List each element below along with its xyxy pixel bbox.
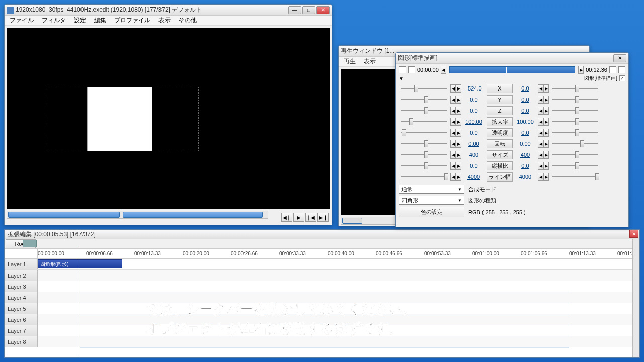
inc-3-r[interactable]: ▶ [543, 118, 549, 126]
val-1-left[interactable]: 0.0 [462, 97, 486, 103]
minimize-button[interactable]: — [288, 6, 301, 14]
slider-ライン幅-right[interactable] [550, 172, 600, 182]
dec-7-r[interactable]: ◀ [538, 162, 543, 170]
inc-8-l[interactable]: ▶ [456, 173, 461, 181]
param-label-0[interactable]: X [487, 84, 513, 93]
play-button[interactable]: ▶ [293, 213, 304, 222]
prop-close-button[interactable]: ✕ [613, 54, 626, 62]
layer-label[interactable]: Layer 8 [5, 336, 38, 347]
timeline-ruler[interactable]: 00:00:00.0000:00:06.6600:00:13.3300:00:2… [5, 249, 639, 259]
val-6-left[interactable]: 400 [462, 152, 486, 158]
param-label-3[interactable]: 拡大率 [487, 117, 513, 126]
menu-settings[interactable]: 設定 [71, 15, 89, 26]
slider-回転-left[interactable] [399, 139, 449, 148]
inc-7-r[interactable]: ▶ [543, 162, 549, 170]
val-7-right[interactable]: 0.0 [514, 163, 537, 169]
val-0-left[interactable]: -524.0 [462, 85, 486, 92]
dec-6-r[interactable]: ◀ [538, 151, 543, 159]
layer-track[interactable] [38, 303, 632, 314]
goto-start-button[interactable]: ❙◀ [305, 213, 316, 222]
layer-label[interactable]: Layer 6 [5, 314, 38, 325]
goto-end-button[interactable]: ▶❙ [317, 213, 329, 222]
val-3-right[interactable]: 100.00 [514, 119, 537, 125]
inc-1-r[interactable]: ▶ [543, 96, 549, 104]
val-8-right[interactable]: 4000 [514, 174, 537, 180]
layer-track[interactable] [38, 281, 632, 292]
val-8-left[interactable]: 4000 [462, 174, 486, 180]
dec-2-r[interactable]: ◀ [538, 107, 543, 115]
val-4-left[interactable]: 0.0 [462, 130, 486, 136]
dec-1-r[interactable]: ◀ [538, 96, 543, 104]
val-5-right[interactable]: 0.00 [514, 141, 537, 147]
layer-track[interactable] [38, 325, 632, 336]
maximize-button[interactable]: □ [302, 6, 315, 14]
dec-5-r[interactable]: ◀ [538, 140, 543, 148]
inc-4-l[interactable]: ▶ [456, 129, 461, 137]
slider-Y-right[interactable] [550, 95, 600, 104]
inc-7-l[interactable]: ▶ [456, 162, 461, 170]
inc-3-l[interactable]: ▶ [456, 118, 461, 126]
layer-track[interactable] [38, 270, 632, 281]
slider-Z-left[interactable] [399, 106, 449, 115]
slider-Z-right[interactable] [550, 106, 600, 115]
param-label-2[interactable]: Z [487, 106, 513, 115]
layer-label[interactable]: Layer 3 [5, 281, 38, 292]
color-button[interactable]: 色の設定 [399, 207, 464, 217]
dec-8-r[interactable]: ◀ [538, 173, 543, 181]
val-0-right[interactable]: 0.0 [514, 85, 537, 92]
val-7-left[interactable]: 0.0 [462, 163, 486, 169]
dec-0-r[interactable]: ◀ [538, 84, 543, 93]
layer-track[interactable]: 四角形(図形) [38, 259, 632, 269]
inc-1-l[interactable]: ▶ [456, 96, 461, 104]
slider-拡大率-right[interactable] [550, 117, 600, 126]
prop-icon-1[interactable] [399, 66, 406, 73]
inc-0-r[interactable]: ▶ [543, 84, 549, 93]
inc-6-l[interactable]: ▶ [456, 151, 461, 159]
inc-0-l[interactable]: ▶ [456, 84, 461, 93]
dec-7-l[interactable]: ◀ [450, 162, 456, 170]
step-back-button[interactable]: ◀❙ [281, 213, 292, 222]
dec-4-l[interactable]: ◀ [450, 129, 456, 137]
prop-icon-4[interactable] [618, 66, 625, 73]
slider-回転-right[interactable] [550, 139, 600, 148]
menu-filter[interactable]: フィルタ [39, 15, 69, 26]
layer-label[interactable]: Layer 2 [5, 270, 38, 281]
preview-area[interactable] [7, 28, 330, 209]
slider-ライン幅-left[interactable] [399, 172, 449, 182]
slider-透明度-right[interactable] [550, 128, 600, 137]
param-label-8[interactable]: ライン幅 [487, 172, 513, 182]
slider-縦横比-right[interactable] [550, 161, 600, 170]
menu-edit[interactable]: 編集 [91, 15, 109, 26]
val-4-right[interactable]: 0.0 [514, 130, 537, 136]
slider-X-right[interactable] [550, 84, 600, 93]
menu-play[interactable]: 再生 [341, 56, 359, 67]
layer-track[interactable] [38, 292, 632, 303]
layer-label[interactable]: Layer 7 [5, 325, 38, 336]
val-5-left[interactable]: 0.00 [462, 141, 486, 147]
layer-label[interactable]: Layer 5 [5, 303, 38, 314]
menu-other[interactable]: その他 [176, 15, 200, 26]
shape-object[interactable] [87, 87, 152, 151]
slider-Y-left[interactable] [399, 95, 449, 104]
dec-5-l[interactable]: ◀ [450, 140, 456, 148]
section-checkbox[interactable]: ✓ [619, 75, 625, 81]
layer-label[interactable]: Layer 4 [5, 292, 38, 303]
val-6-right[interactable]: 400 [514, 152, 537, 158]
inc-8-r[interactable]: ▶ [543, 173, 549, 181]
prop-seek-back[interactable]: ◀ [441, 66, 446, 74]
timeline-title[interactable]: 拡張編集 [00:00:05.53] [167/372] ✕ [5, 230, 639, 239]
inc-5-r[interactable]: ▶ [543, 140, 549, 148]
inc-4-r[interactable]: ▶ [543, 129, 549, 137]
val-2-right[interactable]: 0.0 [514, 108, 537, 114]
layer-track[interactable] [38, 314, 632, 325]
blend-mode-combo[interactable]: 通常▼ [399, 185, 464, 194]
slider-サイズ-left[interactable] [399, 150, 449, 159]
inc-2-l[interactable]: ▶ [456, 107, 461, 115]
layer-track[interactable] [38, 336, 632, 347]
timeline-close-button[interactable]: ✕ [629, 230, 638, 238]
param-label-7[interactable]: 縦横比 [487, 161, 513, 170]
menu-view[interactable]: 表示 [155, 15, 174, 26]
prop-icon-2[interactable] [408, 66, 415, 73]
inc-5-l[interactable]: ▶ [456, 140, 461, 148]
slider-サイズ-right[interactable] [550, 150, 600, 159]
